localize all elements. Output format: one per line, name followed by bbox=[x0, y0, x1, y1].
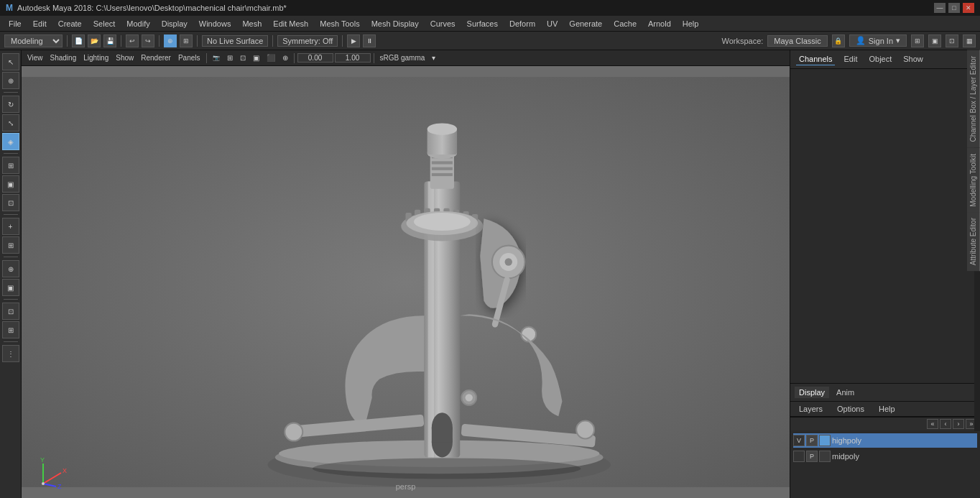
layout-button-1[interactable]: ⊞ bbox=[911, 34, 924, 47]
layer-vis-midpoly[interactable] bbox=[793, 451, 805, 462]
menu-edit[interactable]: Edit bbox=[27, 18, 52, 29]
chevron-down-icon: ▾ bbox=[896, 36, 900, 45]
menu-help[interactable]: Help bbox=[677, 18, 705, 29]
layout-button-4[interactable]: ▦ bbox=[963, 34, 976, 47]
menu-modify[interactable]: Modify bbox=[121, 18, 155, 29]
view-menu-button[interactable]: View bbox=[24, 53, 46, 63]
attribute-editor-vertical-label[interactable]: Attribute Editor bbox=[967, 212, 980, 271]
lighting-menu-button[interactable]: Lighting bbox=[80, 53, 111, 63]
menu-display[interactable]: Display bbox=[156, 18, 193, 29]
camera-icon-button[interactable]: 📷 bbox=[210, 54, 223, 62]
snap-button[interactable]: + bbox=[2, 218, 19, 235]
scale-button[interactable]: ⤡ bbox=[2, 114, 19, 132]
layout-button-2[interactable]: ▣ bbox=[928, 34, 941, 47]
title-bar: M Autodesk Maya 2018: C:\Users\lenovo\De… bbox=[0, 0, 980, 16]
menu-mesh[interactable]: Mesh bbox=[236, 18, 267, 29]
layout-button-3[interactable]: ⊡ bbox=[946, 34, 958, 47]
wireframe-button[interactable]: ⊡ bbox=[237, 53, 249, 63]
snap2-button[interactable]: ⊞ bbox=[2, 236, 19, 254]
menu-generate[interactable]: Generate bbox=[563, 18, 608, 29]
move-lasso-button[interactable]: ⊕ bbox=[2, 72, 19, 89]
menu-arnold[interactable]: Arnold bbox=[642, 18, 677, 29]
colorspace-arrow[interactable]: ▾ bbox=[429, 53, 438, 63]
pause-button[interactable]: ⏸ bbox=[363, 34, 376, 47]
menu-curves[interactable]: Curves bbox=[425, 18, 461, 29]
sub-tab-help[interactable]: Help bbox=[874, 403, 900, 415]
colorspace-label[interactable]: sRGB gamma bbox=[377, 53, 428, 63]
workspace-name[interactable]: Maya Classic bbox=[767, 35, 827, 47]
menu-cache[interactable]: Cache bbox=[608, 18, 642, 29]
paint-select-button[interactable]: ⊡ bbox=[2, 194, 19, 211]
layer-color-midpoly[interactable] bbox=[819, 451, 831, 462]
svg-rect-8 bbox=[432, 161, 453, 164]
maximize-button[interactable]: □ bbox=[948, 3, 960, 13]
group-button[interactable]: ⊞ bbox=[2, 321, 19, 338]
universal-manip-button[interactable]: ◈ bbox=[2, 133, 19, 150]
layer-color-highpoly[interactable] bbox=[819, 435, 831, 446]
snap-grid-button[interactable]: ⊞ bbox=[180, 34, 193, 47]
camera-button[interactable]: ⊕ bbox=[2, 260, 19, 277]
svg-point-21 bbox=[414, 213, 471, 231]
menu-deform[interactable]: Deform bbox=[504, 18, 541, 29]
select-tool-button[interactable]: ↖ bbox=[2, 53, 19, 70]
new-scene-button[interactable]: 📄 bbox=[72, 34, 85, 47]
undo-button[interactable]: ↩ bbox=[126, 34, 139, 47]
viewport-container: View Shading Lighting Show Renderer Pane… bbox=[22, 50, 790, 498]
nav-prev-prev[interactable]: « bbox=[927, 419, 938, 429]
shading-menu-button[interactable]: Shading bbox=[47, 53, 80, 63]
menu-select[interactable]: Select bbox=[88, 18, 121, 29]
menu-uv[interactable]: UV bbox=[541, 18, 563, 29]
layer-p-highpoly[interactable]: P bbox=[806, 435, 818, 446]
mode-dropdown[interactable]: Modeling Rigging Animation FX Rendering bbox=[4, 34, 63, 47]
tab-show[interactable]: Show bbox=[900, 53, 926, 65]
tab-anim[interactable]: Anim bbox=[832, 387, 859, 398]
viewport-3d[interactable]: persp X Y Z bbox=[22, 66, 790, 498]
flat-button[interactable]: ⬛ bbox=[264, 53, 278, 63]
menu-file[interactable]: File bbox=[3, 18, 27, 29]
channel-box-vertical-label[interactable]: Channel Box / Layer Editor bbox=[967, 50, 980, 148]
panels-menu-button[interactable]: Panels bbox=[175, 53, 203, 63]
tool-separator-5 bbox=[4, 299, 18, 300]
channel-box-tabs: Channels Edit Object Show bbox=[796, 53, 926, 65]
show-hide-button[interactable]: ⊡ bbox=[2, 303, 19, 320]
grid-toggle-button[interactable]: ⊞ bbox=[224, 53, 236, 63]
close-button[interactable]: ✕ bbox=[963, 3, 974, 13]
menu-mesh-display[interactable]: Mesh Display bbox=[366, 18, 425, 29]
tab-edit[interactable]: Edit bbox=[841, 53, 860, 65]
layer-name-highpoly[interactable]: highpoly bbox=[832, 436, 977, 445]
layer-vis-highpoly[interactable]: V bbox=[793, 435, 805, 446]
sub-tab-options[interactable]: Options bbox=[833, 403, 869, 415]
workspace-lock-button[interactable]: 🔒 bbox=[832, 34, 845, 47]
redo-button[interactable]: ↪ bbox=[142, 34, 154, 47]
bounding-box-button[interactable]: ⊕ bbox=[279, 53, 291, 63]
nav-next[interactable]: › bbox=[953, 419, 964, 429]
lasso-select-button[interactable]: ▣ bbox=[2, 175, 19, 193]
nav-prev[interactable]: ‹ bbox=[940, 419, 951, 429]
open-button[interactable]: 📂 bbox=[88, 34, 101, 47]
soft-select-button[interactable]: ⊞ bbox=[2, 157, 19, 174]
tab-display[interactable]: Display bbox=[795, 387, 829, 398]
select-mode-button[interactable]: ⊕ bbox=[164, 34, 177, 47]
modelling-toolkit-vertical-label[interactable]: Modelling Toolkit bbox=[967, 148, 980, 213]
rotate-button[interactable]: ↻ bbox=[2, 96, 19, 113]
region-button[interactable]: ▣ bbox=[2, 279, 19, 296]
extra-tool-button[interactable]: ⋮ bbox=[2, 345, 19, 362]
menu-create[interactable]: Create bbox=[52, 18, 88, 29]
smooth-button[interactable]: ▣ bbox=[250, 53, 262, 63]
menu-windows[interactable]: Windows bbox=[193, 18, 237, 29]
vt-sep-3 bbox=[374, 53, 374, 63]
menu-surfaces[interactable]: Surfaces bbox=[461, 18, 504, 29]
layer-p-midpoly[interactable]: P bbox=[806, 451, 818, 462]
save-button[interactable]: 💾 bbox=[103, 34, 116, 47]
playback-button[interactable]: ▶ bbox=[347, 34, 360, 47]
sub-tab-layers[interactable]: Layers bbox=[795, 403, 827, 415]
minimize-button[interactable]: — bbox=[934, 3, 946, 13]
tab-object[interactable]: Object bbox=[866, 53, 895, 65]
renderer-menu-button[interactable]: Renderer bbox=[138, 53, 174, 63]
show-menu-button[interactable]: Show bbox=[113, 53, 137, 63]
menu-mesh-tools[interactable]: Mesh Tools bbox=[314, 18, 365, 29]
tab-channels[interactable]: Channels bbox=[796, 53, 835, 65]
layer-name-midpoly[interactable]: midpoly bbox=[832, 452, 977, 461]
menu-edit-mesh[interactable]: Edit Mesh bbox=[267, 18, 314, 29]
sign-in-button[interactable]: 👤 Sign In ▾ bbox=[849, 34, 907, 47]
